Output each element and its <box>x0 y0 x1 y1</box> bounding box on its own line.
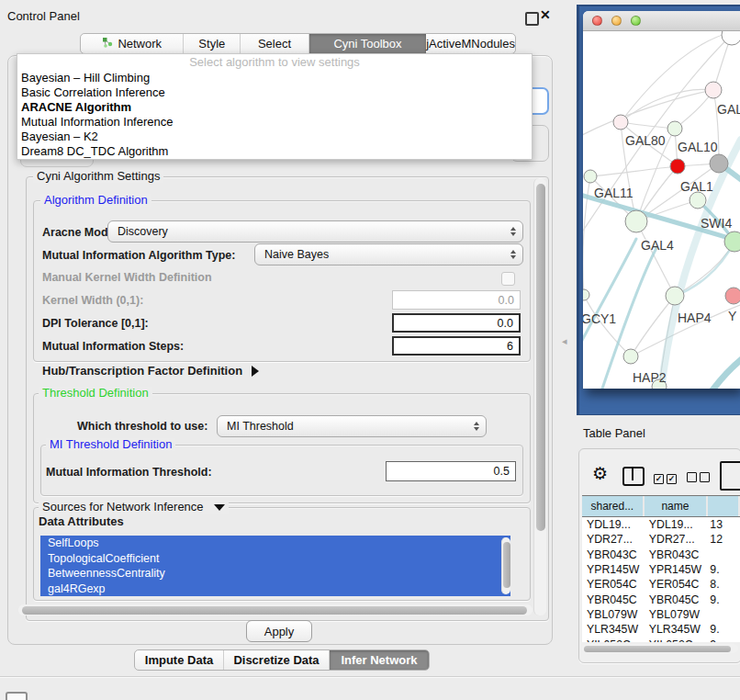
table-cell: YBR045C <box>582 593 645 606</box>
network-node-label: SWI4 <box>701 216 732 231</box>
tab-discretize-data[interactable]: Discretize Data <box>224 650 330 670</box>
scrollbar-thumb[interactable] <box>22 606 527 615</box>
tab-jactivemnodules[interactable]: jActiveMNodules <box>426 34 515 53</box>
attribute-list-item[interactable]: gal4RGexp <box>40 581 510 597</box>
tab-impute-data[interactable]: Impute Data <box>135 650 224 670</box>
table-cell: YBR043C <box>645 548 709 561</box>
network-edge[interactable] <box>590 166 678 176</box>
network-node[interactable] <box>667 121 682 136</box>
dpi-tolerance-field[interactable]: 0.0 <box>392 313 521 333</box>
table-cell: YDR27... <box>582 533 645 546</box>
tab-select[interactable]: Select <box>241 34 309 53</box>
tab-infer-network[interactable]: Infer Network <box>330 650 429 670</box>
attributes-list-scrollbar[interactable] <box>501 537 510 594</box>
application-window: Control Panel ✕ Network Style Select Cyn… <box>0 0 740 700</box>
network-node[interactable] <box>583 289 589 300</box>
network-edge[interactable] <box>621 33 730 122</box>
manual-kernel-checkbox[interactable] <box>501 272 515 286</box>
gear-icon[interactable]: ⚙ <box>592 464 608 484</box>
minimize-window-icon[interactable] <box>611 16 622 26</box>
network-edge[interactable] <box>583 90 713 140</box>
aracne-mode-value: Discovery <box>118 225 168 238</box>
network-node[interactable] <box>724 231 740 252</box>
which-threshold-label: Which threshold to use: <box>77 420 207 433</box>
zoom-window-icon[interactable] <box>631 16 641 26</box>
settings-vertical-scrollbar[interactable] <box>533 178 546 615</box>
network-node[interactable] <box>666 287 684 305</box>
network-node[interactable] <box>710 154 728 173</box>
network-edge[interactable] <box>621 89 713 122</box>
tab-cyni-toolbox[interactable]: Cyni Toolbox <box>309 34 426 53</box>
network-node[interactable] <box>623 349 638 364</box>
attribute-list-item[interactable]: BetweennessCentrality <box>40 566 510 581</box>
network-node[interactable] <box>722 31 740 45</box>
network-node[interactable] <box>584 170 597 183</box>
table-cell: YBL079W <box>645 608 709 621</box>
network-window-titlebar[interactable] <box>583 11 740 31</box>
algorithm-menu-item[interactable]: Basic Correlation Inference <box>17 85 532 100</box>
table-row[interactable]: YDL19...YDL19...13 <box>582 517 740 532</box>
close-window-icon[interactable] <box>592 16 602 26</box>
column-header-shared[interactable]: shared... <box>582 496 645 516</box>
deselect-all-checkboxes-icon[interactable] <box>687 469 712 486</box>
column-layout-icon[interactable] <box>622 467 645 486</box>
scrollbar-thumb[interactable] <box>536 184 545 531</box>
table-horizontal-scrollbar[interactable] <box>582 644 738 653</box>
network-edge-highlighted[interactable] <box>712 358 740 389</box>
network-edge[interactable] <box>636 221 675 296</box>
column-header-name[interactable]: name <box>645 496 708 516</box>
network-edge-highlighted[interactable] <box>583 239 636 349</box>
algorithm-menu-item[interactable]: ARACNE Algorithm <box>17 100 532 115</box>
algorithm-menu-item[interactable]: Bayesian – K2 <box>17 130 532 144</box>
hub-definition-expander[interactable]: Hub/Transcription Factor Definition <box>42 364 259 378</box>
table-row[interactable]: YBR043CYBR043C <box>582 548 740 562</box>
aracne-mode-combobox[interactable]: Discovery <box>107 220 523 243</box>
attribute-list-item[interactable]: TopologicalCoefficient <box>40 551 510 567</box>
close-icon[interactable]: ✕ <box>540 7 551 22</box>
network-node[interactable] <box>725 288 740 304</box>
scrollbar-thumb[interactable] <box>584 646 731 652</box>
column-header-partial[interactable] <box>708 496 740 516</box>
algorithm-menu-item[interactable]: Mutual Information Inference <box>17 115 532 130</box>
network-edge[interactable] <box>621 122 675 129</box>
table-row[interactable]: YIL052CYIL052C9. <box>582 637 740 642</box>
attribute-list-item[interactable]: SelfLoops <box>40 536 510 551</box>
table-row[interactable]: YBR045CYBR045C9. <box>582 592 740 606</box>
table-row[interactable]: YPR145WYPR145W9. <box>582 562 740 577</box>
mi-steps-field[interactable]: 6 <box>392 336 521 356</box>
mi-type-combobox[interactable]: Naive Bayes <box>254 243 523 265</box>
select-all-checkboxes-icon[interactable]: ✓✓ <box>654 469 679 485</box>
sources-expander[interactable]: Sources for Network Inference <box>39 501 229 514</box>
table-cell: YPR145W <box>582 563 645 576</box>
document-icon[interactable] <box>720 461 740 491</box>
tab-style[interactable]: Style <box>184 34 241 53</box>
apply-button[interactable]: Apply <box>246 620 312 642</box>
splitter-arrow-icon[interactable]: ◂ <box>562 335 567 347</box>
mi-threshold-field[interactable]: 0.5 <box>386 461 516 481</box>
table-row[interactable]: YER054CYER054C8. <box>582 577 740 592</box>
minimized-panel-icon[interactable] <box>6 692 28 700</box>
cyni-settings-title: Cyni Algorithm Settings <box>33 170 163 183</box>
table-row[interactable]: YDR27...YDR27...12 <box>582 532 740 547</box>
network-node[interactable] <box>613 115 628 130</box>
kernel-width-field[interactable]: 0.0 <box>392 290 521 310</box>
network-node[interactable] <box>690 192 706 209</box>
table-cell: 8. <box>708 578 740 591</box>
scrollbar-thumb[interactable] <box>503 542 510 588</box>
combo-spinner-icon <box>474 422 479 431</box>
mi-threshold-label: Mutual Information Threshold: <box>46 466 212 479</box>
network-canvas[interactable]: GALGAL80GAL10GAL1GAL11SWI4GAL4GCY1HAP4YH… <box>583 31 740 389</box>
algorithm-menu-item[interactable]: Dream8 DC_TDC Algorithm <box>17 144 532 159</box>
float-panel-icon[interactable] <box>525 12 539 26</box>
which-threshold-combobox[interactable]: MI Threshold <box>217 415 487 437</box>
table-row[interactable]: YBL079WYBL079W <box>582 607 740 622</box>
network-node[interactable] <box>625 210 647 232</box>
algorithm-menu-item[interactable]: Bayesian – Hill Climbing <box>17 71 532 85</box>
network-node[interactable] <box>670 159 685 174</box>
network-node[interactable] <box>705 82 722 98</box>
tab-label: Impute Data <box>145 653 213 667</box>
settings-horizontal-scrollbar[interactable] <box>18 604 533 615</box>
tab-network[interactable]: Network <box>81 34 184 53</box>
panel-divider <box>0 676 740 678</box>
table-row[interactable]: YLR345WYLR345W9. <box>582 622 740 637</box>
